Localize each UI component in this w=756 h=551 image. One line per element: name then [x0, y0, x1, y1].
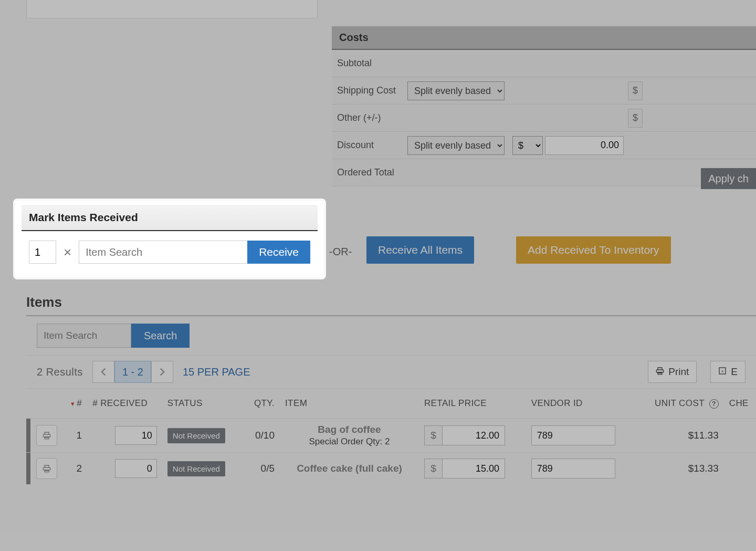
- shipping-currency-prefix: $: [628, 81, 643, 100]
- col-header-retail[interactable]: RETAIL PRICE: [419, 389, 526, 419]
- ordered-total-label: Ordered Total: [332, 163, 405, 183]
- costs-panel: Costs Subtotal Shipping Cost Split evenl…: [332, 26, 756, 186]
- items-heading: Items: [26, 294, 62, 310]
- print-button[interactable]: Print: [648, 361, 697, 383]
- chevron-left-icon: [99, 368, 108, 376]
- col-header-check[interactable]: CHE: [724, 389, 756, 419]
- shipping-label: Shipping Cost: [332, 81, 405, 100]
- status-badge: Not Received: [167, 461, 225, 476]
- other-label: Other (+/-): [332, 108, 405, 128]
- print-icon: [43, 431, 51, 440]
- apply-changes-button[interactable]: Apply ch: [701, 168, 756, 189]
- col-header-item[interactable]: ITEM: [280, 389, 419, 419]
- received-qty-input[interactable]: [115, 426, 157, 445]
- costs-row-other: Other (+/-) $: [332, 105, 756, 132]
- other-currency-prefix: $: [628, 109, 643, 128]
- svg-text:x: x: [721, 369, 723, 373]
- print-icon: [43, 464, 51, 473]
- next-page-button[interactable]: [151, 361, 173, 383]
- export-label: E: [731, 366, 738, 378]
- row-handle[interactable]: [26, 419, 30, 453]
- unit-cost-value: $13.33: [633, 453, 724, 485]
- items-area: Search 2 Results 1 - 2 15 PER PAGE Print: [26, 315, 756, 484]
- items-table: ▾# # RECEIVED STATUS QTY. ITEM RETAIL PR…: [26, 389, 756, 484]
- print-label: Print: [668, 366, 689, 378]
- discount-currency-select[interactable]: $: [512, 136, 543, 155]
- times-icon: ×: [64, 244, 71, 261]
- col-header-received[interactable]: # RECEIVED: [87, 389, 162, 419]
- receive-all-items-button[interactable]: Receive All Items: [366, 236, 474, 264]
- col-header-unitcost[interactable]: UNIT COST ?: [633, 389, 724, 419]
- vendor-id-input[interactable]: [531, 459, 615, 479]
- qty-display: 0/5: [232, 453, 280, 485]
- costs-row-ordered-total: Ordered Total: [332, 159, 756, 186]
- col-header-num[interactable]: ▾#: [62, 389, 87, 419]
- qty-display: 0/10: [232, 419, 280, 453]
- costs-header: Costs: [332, 26, 756, 50]
- retail-price-input[interactable]: [442, 459, 505, 479]
- receive-qty-input[interactable]: [29, 241, 56, 264]
- row-print-button[interactable]: [36, 458, 57, 479]
- col-header-status[interactable]: STATUS: [162, 389, 232, 419]
- or-separator: -OR-: [329, 246, 352, 258]
- item-name-link[interactable]: Coffee cake (full cake): [285, 463, 414, 474]
- retail-price-input[interactable]: [442, 425, 505, 445]
- page-range[interactable]: 1 - 2: [114, 361, 151, 383]
- per-page-link[interactable]: 15 PER PAGE: [183, 366, 250, 378]
- costs-row-subtotal: Subtotal: [332, 50, 756, 77]
- item-name-link[interactable]: Bag of coffee: [285, 424, 414, 435]
- shipping-method-select[interactable]: Split evenly based: [407, 81, 505, 100]
- print-icon: [656, 366, 664, 378]
- row-handle[interactable]: [26, 453, 30, 485]
- receive-button[interactable]: Receive: [247, 241, 310, 264]
- status-badge: Not Received: [167, 428, 225, 443]
- col-header-qty[interactable]: QTY.: [232, 389, 280, 419]
- add-received-to-inventory-button[interactable]: Add Received To Inventory: [516, 236, 671, 264]
- excel-icon: x: [718, 366, 727, 378]
- row-num: 1: [62, 419, 87, 453]
- currency-prefix: $: [424, 459, 442, 479]
- chevron-right-icon: [158, 368, 166, 376]
- subtotal-label: Subtotal: [332, 54, 405, 73]
- currency-prefix: $: [424, 425, 442, 445]
- items-search-button[interactable]: Search: [131, 324, 190, 348]
- help-icon[interactable]: ?: [709, 399, 719, 409]
- prev-page-button[interactable]: [92, 361, 114, 383]
- row-print-button[interactable]: [36, 425, 57, 446]
- discount-label: Discount: [332, 136, 405, 155]
- item-subtext: Special Order Qty: 2: [285, 436, 414, 447]
- table-row: 1 Not Received 0/10 Bag of coffee Specia…: [26, 419, 756, 453]
- vendor-id-input[interactable]: [531, 425, 615, 445]
- discount-value-input[interactable]: [545, 136, 624, 155]
- received-qty-input[interactable]: [115, 459, 157, 478]
- mark-items-received-header: Mark Items Received: [22, 205, 318, 231]
- unit-cost-value: $11.33: [633, 419, 724, 453]
- notes-textarea[interactable]: [26, 0, 318, 18]
- discount-method-select[interactable]: Split evenly based: [407, 136, 505, 155]
- table-row: 2 Not Received 0/5 Coffee cake (full cak…: [26, 453, 756, 485]
- results-count: 2 Results: [37, 366, 83, 378]
- costs-row-discount: Discount Split evenly based $: [332, 132, 756, 159]
- col-header-vendor[interactable]: VENDOR ID: [526, 389, 633, 419]
- receive-item-search-input[interactable]: [79, 241, 247, 264]
- row-num: 2: [62, 453, 87, 485]
- mark-items-received-panel: Mark Items Received × Receive: [15, 201, 324, 277]
- items-search-input[interactable]: [37, 324, 131, 348]
- export-button[interactable]: x E: [710, 361, 746, 383]
- costs-row-shipping: Shipping Cost Split evenly based $: [332, 77, 756, 105]
- sort-caret-icon: ▾: [71, 400, 75, 408]
